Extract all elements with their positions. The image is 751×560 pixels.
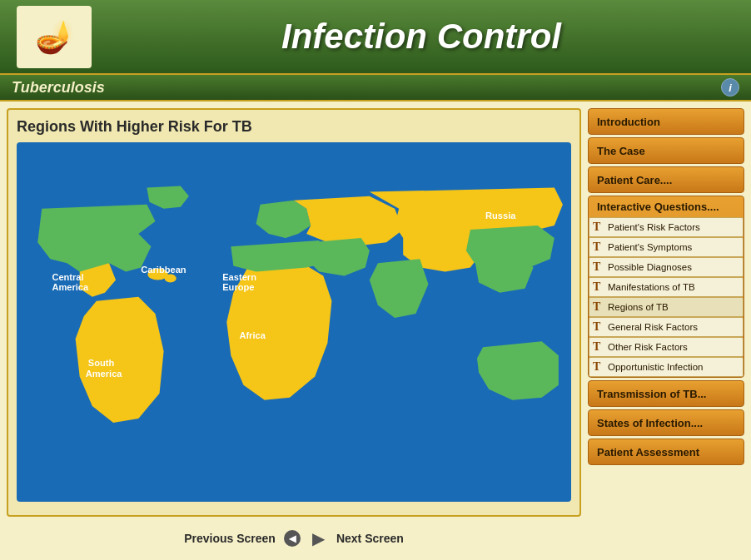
sub-item-regions-tb[interactable]: T Regions of TB bbox=[589, 297, 744, 317]
map-title: Regions With Higher Risk For TB bbox=[17, 118, 571, 136]
sub-item-manifestations-tb[interactable]: T Manifestations of TB bbox=[589, 277, 744, 297]
prev-label: Previous Screen bbox=[184, 532, 276, 545]
prev-button[interactable]: Previous Screen◀ bbox=[184, 530, 301, 547]
sidebar-item-patient-care[interactable]: Patient Care.... bbox=[588, 166, 744, 193]
svg-point-2 bbox=[165, 274, 177, 282]
sidebar: Introduction The Case Patient Care.... I… bbox=[588, 108, 744, 553]
interactive-questions-label: Interactive Questions.... bbox=[597, 201, 719, 213]
world-map-svg: Central America Caribbean Eastern Europe… bbox=[17, 142, 571, 502]
t-icon-3: T bbox=[593, 260, 604, 274]
navigation-buttons: Previous Screen◀▶Next Screen bbox=[7, 523, 581, 553]
t-icon-1: T bbox=[593, 221, 604, 234]
t-icon-6: T bbox=[593, 320, 604, 334]
t-icon-4: T bbox=[593, 280, 604, 294]
sidebar-item-the-case[interactable]: The Case bbox=[588, 137, 744, 164]
left-panel: Regions With Higher Risk For TB bbox=[7, 108, 581, 553]
main-content: Regions With Higher Risk For TB bbox=[0, 102, 751, 560]
sub-item-other-risk[interactable]: T Other Risk Factors bbox=[589, 337, 744, 357]
sidebar-item-transmission[interactable]: Transmission of TB... bbox=[588, 380, 744, 407]
next-label: Next Screen bbox=[336, 532, 404, 545]
opportunistic-label: Opportunistic Infection bbox=[608, 362, 703, 372]
map-container: Regions With Higher Risk For TB bbox=[7, 108, 581, 517]
logo: 🪔 bbox=[17, 6, 92, 68]
sub-item-patients-symptoms[interactable]: T Patient's Symptoms bbox=[589, 237, 744, 257]
t-icon-2: T bbox=[593, 240, 604, 254]
transmission-label: Transmission of TB... bbox=[597, 388, 706, 400]
sidebar-item-states-infection[interactable]: States of Infection.... bbox=[588, 409, 744, 436]
sidebar-item-introduction[interactable]: Introduction bbox=[588, 108, 744, 135]
the-case-label: The Case bbox=[597, 145, 645, 157]
other-risk-label: Other Risk Factors bbox=[608, 342, 688, 352]
header: 🪔 Infection Control bbox=[0, 0, 751, 73]
app-title: Infection Control bbox=[108, 17, 734, 57]
possible-diagnoses-label: Possible Diagnoses bbox=[608, 262, 692, 272]
sub-item-patients-risk[interactable]: T Patient's Risk Factors bbox=[589, 217, 744, 237]
t-icon-5: T bbox=[593, 300, 604, 314]
patient-care-label: Patient Care.... bbox=[597, 174, 672, 186]
t-icon-7: T bbox=[593, 340, 604, 354]
interactive-items-list: T Patient's Risk Factors T Patient's Sym… bbox=[589, 217, 744, 377]
general-risk-label: General Risk Factors bbox=[608, 322, 698, 332]
svg-point-3 bbox=[524, 239, 547, 259]
sub-item-general-risk[interactable]: T General Risk Factors bbox=[589, 317, 744, 337]
manifestations-tb-label: Manifestations of TB bbox=[608, 282, 695, 292]
map-wrapper: Central America Caribbean Eastern Europe… bbox=[17, 142, 571, 502]
patients-symptoms-label: Patient's Symptoms bbox=[608, 242, 692, 252]
patient-assessment-label: Patient Assessment bbox=[597, 446, 699, 458]
states-infection-label: States of Infection.... bbox=[597, 417, 703, 429]
interactive-questions-group: Interactive Questions.... T Patient's Ri… bbox=[588, 196, 744, 378]
sidebar-item-patient-assessment[interactable]: Patient Assessment bbox=[588, 439, 744, 465]
next-button[interactable]: Next Screen bbox=[336, 532, 404, 545]
sub-header: Tuberculosis i bbox=[0, 73, 751, 102]
interactive-questions-header[interactable]: Interactive Questions.... bbox=[589, 196, 744, 217]
sub-item-opportunistic[interactable]: T Opportunistic Infection bbox=[589, 357, 744, 377]
sub-item-possible-diagnoses[interactable]: T Possible Diagnoses bbox=[589, 257, 744, 277]
regions-tb-label: Regions of TB bbox=[608, 302, 669, 312]
module-title: Tuberculosis bbox=[12, 79, 105, 97]
patients-risk-label: Patient's Risk Factors bbox=[608, 222, 700, 232]
introduction-label: Introduction bbox=[597, 116, 660, 128]
t-icon-8: T bbox=[593, 360, 604, 374]
next-arrow-icon: ▶ bbox=[312, 528, 325, 548]
info-button[interactable]: i bbox=[721, 78, 739, 97]
